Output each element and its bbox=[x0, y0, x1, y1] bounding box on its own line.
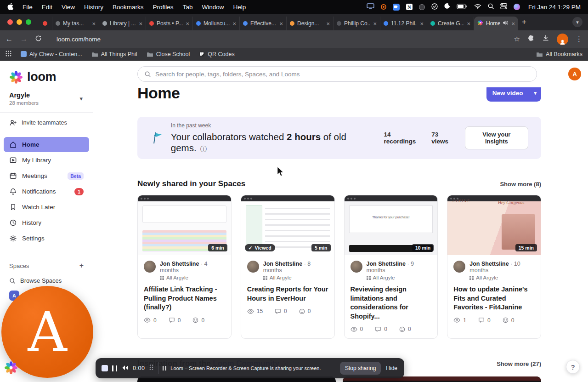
loom-logo[interactable]: loom bbox=[0, 61, 93, 90]
tab-close-icon[interactable]: × bbox=[139, 20, 142, 27]
tab-close-icon[interactable]: × bbox=[420, 20, 424, 27]
restart-recording-button[interactable] bbox=[121, 364, 129, 372]
downloads-icon[interactable] bbox=[542, 34, 549, 44]
menubar-item-help[interactable]: Help bbox=[233, 4, 246, 11]
video-title[interactable]: Reviewing design limitations and conside… bbox=[351, 285, 432, 321]
video-title[interactable]: Affiliate Link Tracking - Pulling Produc… bbox=[144, 285, 225, 312]
author-name[interactable]: Jon Shettsline bbox=[263, 261, 302, 267]
menubar-item-view[interactable]: View bbox=[62, 4, 75, 11]
menubar-clock[interactable]: Fri Jan 24 1:29 PM bbox=[528, 4, 581, 11]
author-avatar[interactable] bbox=[453, 261, 465, 273]
show-more-link[interactable]: Show more (8) bbox=[500, 181, 541, 188]
view-insights-button[interactable]: View your insights bbox=[465, 126, 528, 149]
bookmark-folder[interactable]: All Things Phil bbox=[91, 51, 137, 57]
search-input[interactable] bbox=[155, 71, 530, 78]
video-thumbnail[interactable]: Thanks for your purchase! 10 min bbox=[345, 195, 438, 255]
hide-button[interactable]: Hide bbox=[385, 365, 398, 371]
browser-tab[interactable]: Molluscu...× bbox=[193, 17, 240, 30]
menubar-item-profiles[interactable]: Profiles bbox=[153, 4, 174, 11]
extensions-icon[interactable] bbox=[527, 34, 535, 44]
back-button[interactable]: ← bbox=[6, 35, 13, 43]
info-icon[interactable]: ⓘ bbox=[200, 145, 207, 153]
show-more-link[interactable]: Show more (27) bbox=[497, 360, 541, 367]
video-thumbnail[interactable]: JANINE Hey Gorgeous 15 min bbox=[447, 195, 541, 255]
tab-close-icon[interactable]: × bbox=[92, 20, 96, 27]
notion-menubar-icon[interactable]: N bbox=[406, 4, 413, 10]
battery-icon[interactable] bbox=[457, 4, 468, 11]
reload-button[interactable] bbox=[35, 35, 42, 44]
tab-close-icon[interactable]: × bbox=[279, 20, 283, 27]
menubar-item-history[interactable]: History bbox=[84, 4, 103, 11]
pinned-tab[interactable] bbox=[38, 17, 52, 30]
browser-tab[interactable]: Phillip Co...× bbox=[334, 17, 380, 30]
active-tab-home[interactable]: Home × bbox=[474, 17, 518, 30]
menubar-item-tab[interactable]: Tab bbox=[183, 4, 193, 11]
video-title[interactable]: Creating Reports for Your Hours in EverH… bbox=[247, 285, 328, 303]
tab-close-icon[interactable]: × bbox=[511, 20, 515, 27]
new-video-button[interactable]: New video ▾ bbox=[486, 87, 541, 102]
stop-sharing-button[interactable]: Stop sharing bbox=[340, 362, 381, 375]
pause-recording-button[interactable] bbox=[112, 365, 117, 371]
check-circle-icon[interactable] bbox=[431, 3, 438, 11]
sidebar-item-notifications[interactable]: Notifications1 bbox=[4, 184, 89, 199]
apple-menu-icon[interactable] bbox=[7, 3, 13, 11]
screen-mirroring-icon[interactable] bbox=[367, 3, 374, 11]
browser-tab[interactable]: 11.12 Phil...× bbox=[380, 17, 427, 30]
sidebar-item-settings[interactable]: Settings bbox=[4, 231, 89, 246]
spotlight-search-icon[interactable] bbox=[488, 3, 494, 11]
author-avatar[interactable] bbox=[247, 261, 259, 273]
bookmark-item[interactable]: QR Codes bbox=[199, 51, 234, 57]
menubar-item-bookmarks[interactable]: Bookmarks bbox=[113, 4, 144, 11]
stop-recording-button[interactable] bbox=[102, 365, 108, 371]
search-bar[interactable] bbox=[137, 66, 537, 82]
browser-tab[interactable]: Create G...× bbox=[427, 17, 474, 30]
menubar-item-window[interactable]: Window bbox=[202, 4, 224, 11]
zoom-menubar-icon[interactable] bbox=[393, 4, 400, 11]
all-bookmarks-folder[interactable]: All Bookmarks bbox=[536, 51, 582, 57]
author-avatar[interactable] bbox=[144, 261, 156, 273]
drag-handle[interactable] bbox=[149, 364, 154, 372]
forward-button[interactable]: → bbox=[20, 35, 28, 43]
sidebar-item-watch-later[interactable]: Watch Later bbox=[4, 200, 89, 215]
video-card[interactable]: JANINE Hey Gorgeous 15 min Jon Shettslin… bbox=[447, 195, 541, 339]
wifi-icon[interactable] bbox=[474, 4, 481, 11]
video-card[interactable]: 6 min Jon Shettsline · 4 months All Argy… bbox=[137, 195, 232, 339]
tab-audio-icon[interactable] bbox=[503, 20, 509, 27]
browser-tab[interactable]: My tas...× bbox=[52, 17, 99, 30]
space-name[interactable]: All Argyle bbox=[476, 275, 498, 280]
video-thumbnail[interactable]: ✓Viewed 5 min bbox=[241, 195, 334, 255]
space-name[interactable]: All Argyle bbox=[166, 275, 188, 280]
browser-tab[interactable]: Effective...× bbox=[240, 17, 287, 30]
video-title[interactable]: How to update Janine's Fits and Curated … bbox=[453, 285, 535, 312]
tab-close-icon[interactable]: × bbox=[373, 20, 377, 27]
minimize-window-button[interactable] bbox=[17, 19, 22, 25]
menubar-item-file[interactable]: File bbox=[23, 4, 33, 11]
author-avatar[interactable] bbox=[351, 261, 362, 273]
video-card[interactable]: ✓Viewed 5 min Jon Shettsline · 8 months … bbox=[241, 195, 335, 339]
siri-icon[interactable] bbox=[514, 4, 520, 10]
browser-tab[interactable]: Posts • P...× bbox=[146, 17, 193, 30]
author-name[interactable]: Jon Shettsline bbox=[469, 261, 509, 267]
invite-teammates-button[interactable]: Invite teammates bbox=[0, 112, 93, 132]
page-scroll-area[interactable]: Home New video ▾ In the past week Your c… bbox=[93, 87, 588, 382]
tab-close-icon[interactable]: × bbox=[326, 20, 330, 27]
close-window-button[interactable] bbox=[7, 19, 13, 25]
maximize-window-button[interactable] bbox=[26, 19, 31, 25]
control-center-icon[interactable] bbox=[500, 3, 507, 11]
add-space-button[interactable]: + bbox=[79, 262, 84, 270]
apps-grid-icon[interactable] bbox=[6, 51, 11, 58]
space-name[interactable]: All Argyle bbox=[373, 275, 395, 280]
video-card[interactable]: Thanks for your purchase! 10 min Jon She… bbox=[344, 195, 438, 339]
bookmark-item[interactable]: Aly Chew - Conten... bbox=[21, 51, 82, 57]
tab-close-icon[interactable]: × bbox=[467, 20, 470, 27]
author-name[interactable]: Jon Shettsline bbox=[160, 261, 199, 267]
dnd-moon-icon[interactable] bbox=[444, 3, 450, 11]
browser-tab[interactable]: Library | ...× bbox=[99, 17, 146, 30]
author-name[interactable]: Jon Shettsline bbox=[367, 261, 406, 267]
new-tab-button[interactable]: + bbox=[518, 16, 530, 28]
chevron-down-icon[interactable]: ▾ bbox=[529, 87, 541, 102]
help-button[interactable]: ? bbox=[566, 360, 580, 374]
profile-avatar[interactable] bbox=[557, 34, 568, 45]
sidebar-item-home[interactable]: Home bbox=[4, 137, 89, 152]
bookmark-star-icon[interactable]: ☆ bbox=[514, 35, 520, 43]
